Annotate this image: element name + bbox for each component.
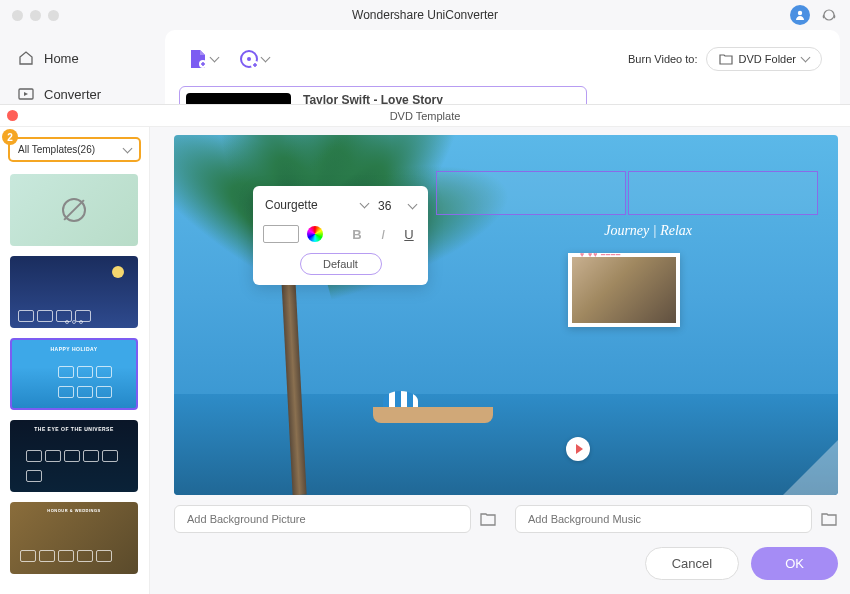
font-family-select[interactable]: Courgette (263, 196, 370, 215)
add-disc-icon (238, 48, 260, 70)
templates-filter-label: All Templates(26) (18, 144, 95, 155)
preview-subtitle: Journey | Relax (604, 223, 692, 239)
reset-default-button[interactable]: Default (300, 253, 382, 275)
burn-target-dropdown[interactable]: DVD Folder (706, 47, 822, 71)
toolbar: Burn Video to: DVD Folder (179, 38, 826, 80)
bg-music-input[interactable] (515, 505, 812, 533)
title-edit-boxes (436, 171, 818, 215)
boat-graphic (373, 393, 493, 423)
home-icon (18, 50, 34, 66)
chevron-down-icon (801, 53, 811, 63)
preview-chapter-thumb[interactable]: ♥ ♥♥ ━━━━ (568, 253, 680, 327)
italic-button[interactable]: I (374, 225, 392, 243)
user-account-icon[interactable] (790, 5, 810, 25)
template-thumb-nightsky[interactable] (10, 256, 138, 328)
modal-title: DVD Template (390, 110, 461, 122)
no-template-icon (62, 198, 86, 222)
modal-content: Journey | Relax ♥ ♥♥ ━━━━ Courgette 36 (150, 105, 850, 594)
browse-picture-button[interactable] (479, 510, 497, 528)
burn-label: Burn Video to: (628, 53, 698, 65)
background-inputs (174, 505, 838, 533)
folder-icon (719, 52, 733, 66)
bg-picture-input[interactable] (174, 505, 471, 533)
template-thumb-wedding[interactable]: HONOUR & WEDDINGS (10, 502, 138, 574)
maximize-window[interactable] (48, 10, 59, 21)
corner-fold-graphic (783, 440, 838, 495)
font-color-swatch[interactable] (263, 225, 299, 243)
support-icon[interactable] (820, 6, 838, 24)
ok-button[interactable]: OK (751, 547, 838, 580)
templates-sidebar: 2 All Templates(26) HAPPY HOLIDAY THE EY… (0, 105, 150, 594)
play-preview-button[interactable] (566, 437, 590, 461)
color-picker-icon[interactable] (307, 226, 323, 242)
modal-close-button[interactable] (7, 110, 18, 121)
title-box-1[interactable] (436, 171, 626, 215)
app-title: Wondershare UniConverter (352, 8, 498, 22)
browse-music-button[interactable] (820, 510, 838, 528)
template-thumb-holiday[interactable]: HAPPY HOLIDAY (10, 338, 138, 410)
text-style-popover: Courgette 36 B I U Default (253, 186, 428, 285)
font-size-select[interactable]: 36 (376, 197, 418, 215)
converter-icon (18, 86, 34, 102)
modal-footer: Cancel OK (174, 547, 838, 586)
font-family-value: Courgette (265, 198, 318, 212)
bold-button[interactable]: B (348, 225, 366, 243)
play-icon (576, 444, 583, 454)
chevron-down-icon (360, 199, 370, 209)
font-size-value: 36 (378, 199, 391, 213)
chevron-down-icon (210, 53, 220, 63)
callout-badge-2: 2 (2, 129, 18, 145)
thumb-title: HONOUR & WEDDINGS (47, 508, 100, 513)
cancel-button[interactable]: Cancel (645, 547, 739, 580)
template-thumbnails-list: HAPPY HOLIDAY THE EYE OF THE UNIVERSE HO… (0, 168, 149, 580)
chevron-down-icon (408, 199, 418, 209)
nav-home[interactable]: Home (0, 40, 165, 76)
chevron-down-icon (261, 53, 271, 63)
templates-filter-dropdown[interactable]: 2 All Templates(26) (8, 137, 141, 162)
add-disc-button[interactable] (234, 44, 273, 74)
window-controls (12, 10, 59, 21)
nav-converter-label: Converter (44, 87, 101, 102)
template-thumb-none[interactable] (10, 174, 138, 246)
add-file-button[interactable] (183, 44, 222, 74)
nav-home-label: Home (44, 51, 79, 66)
minimize-window[interactable] (30, 10, 41, 21)
burn-target-label: DVD Folder (739, 53, 796, 65)
svg-point-1 (824, 10, 834, 20)
titlebar: Wondershare UniConverter (0, 0, 850, 30)
underline-button[interactable]: U (400, 225, 418, 243)
template-thumb-universe[interactable]: THE EYE OF THE UNIVERSE (10, 420, 138, 492)
svg-point-0 (798, 11, 802, 15)
modal-titlebar: DVD Template (0, 105, 850, 127)
dvd-template-modal: DVD Template 2 All Templates(26) HAPPY H… (0, 104, 850, 594)
thumb-title: HAPPY HOLIDAY (50, 346, 97, 352)
title-box-2[interactable] (628, 171, 818, 215)
svg-point-5 (247, 57, 251, 61)
add-file-icon (187, 48, 209, 70)
thumb-title: THE EYE OF THE UNIVERSE (34, 426, 114, 432)
chevron-down-icon (123, 143, 133, 153)
close-window[interactable] (12, 10, 23, 21)
